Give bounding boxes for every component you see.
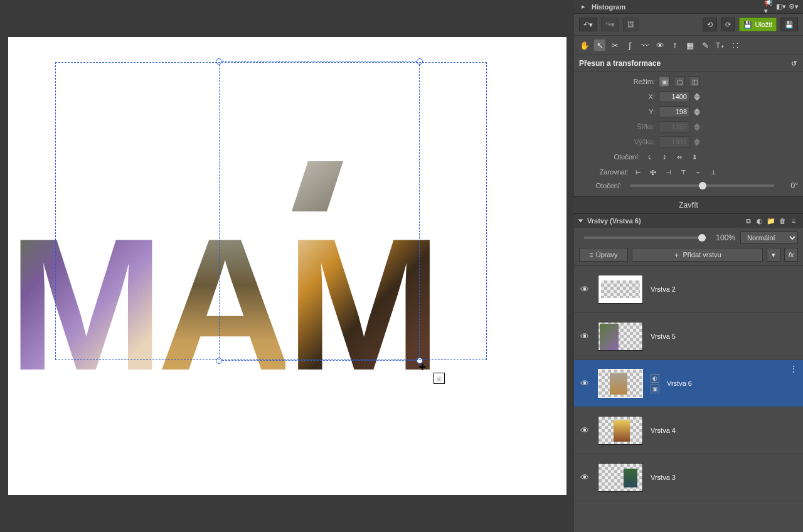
rot-2-icon[interactable]: ⤸ — [659, 151, 670, 162]
rot-1-icon[interactable]: ⤹ — [644, 151, 655, 162]
close-button[interactable]: Zavřít — [574, 196, 803, 214]
opacity-slider[interactable] — [584, 237, 706, 239]
layer-row[interactable]: 👁 Vrstva 4 — [574, 407, 803, 454]
curve-tool-icon[interactable]: 〰 — [639, 40, 651, 51]
blend-mode-select[interactable]: Normální — [740, 231, 798, 244]
text-tool-icon[interactable]: T₊ — [715, 40, 726, 51]
document-canvas[interactable]: M A M + ▣ — [8, 37, 566, 495]
add-layer-dropdown[interactable]: ▾ — [767, 248, 780, 262]
x-spinner[interactable] — [694, 92, 700, 102]
gear-icon[interactable]: ⚙▾ — [789, 3, 798, 11]
rotate-slider-label: Otočení: — [579, 182, 622, 189]
histogram-title: Histogram — [592, 3, 625, 11]
layer-thumb — [598, 275, 643, 304]
add-layer-button[interactable]: ＋ Přidat vrstvu — [632, 248, 763, 262]
visibility-icon[interactable]: 👁 — [580, 331, 590, 341]
levels-tool-icon[interactable]: ⫯ — [669, 40, 681, 51]
transform-properties: Režim: ▣ ▢ ◫ X: Y: Šířk — [574, 72, 803, 196]
histogram-header[interactable]: ▸ Histogram 📢▾ ◧▾ ⚙▾ — [574, 0, 803, 14]
path-tool-icon[interactable]: ∫ — [624, 40, 635, 51]
layers-header[interactable]: Vrstvy (Vrstva 6) ⧉ ◐ 📁 🗑 ≡ — [574, 214, 803, 228]
height-label: Výška: — [612, 138, 655, 146]
visibility-icon[interactable]: 👁 — [580, 378, 590, 388]
eye-tool-icon[interactable]: 👁 — [654, 40, 666, 51]
y-label: Y: — [612, 108, 655, 115]
mask-layer-icon[interactable]: ◐ — [755, 216, 764, 225]
rotate-label: Otočení: — [597, 153, 640, 161]
grid-tool-icon[interactable]: ▦ — [684, 40, 696, 51]
layers-list: 👁 Vrstva 2 👁 Vrstva 5 ⋮ 👁 ◐▣ Vrstva 6 👁 … — [574, 266, 803, 532]
mode-2-button[interactable]: ▢ — [674, 76, 685, 87]
square-icon[interactable]: ◧▾ — [777, 3, 785, 11]
more-tool-icon[interactable]: ⸬ — [730, 40, 741, 51]
layer-row[interactable]: 👁 Vrstva 3 — [574, 454, 803, 501]
speaker-icon[interactable]: 📢▾ — [764, 3, 773, 11]
layer-menu-icon[interactable]: ⋮ — [789, 364, 798, 374]
layers-menu-icon[interactable]: ≡ — [789, 216, 798, 225]
flip-h-icon[interactable]: ⇔ — [674, 151, 685, 162]
expand-icon: ▸ — [579, 3, 588, 11]
layer-name: Vrstva 3 — [651, 474, 676, 481]
layer-thumb — [598, 369, 643, 398]
cursor-badge-icon: ▣ — [433, 373, 445, 384]
layer-thumb — [598, 416, 643, 445]
transform-section-header: Přesun a transformace ↺ — [574, 55, 803, 72]
save-as-button[interactable]: 💾 — [780, 18, 798, 31]
outer-selection — [55, 62, 487, 360]
visibility-icon[interactable]: 👁 — [580, 472, 590, 482]
image-button[interactable]: 🖼 — [623, 18, 639, 31]
brush-tool-icon[interactable]: ✎ — [699, 40, 711, 51]
height-input — [659, 136, 690, 147]
layer-row[interactable]: 👁 Vrstva 2 — [574, 266, 803, 313]
rotate-slider[interactable] — [630, 184, 774, 187]
mode-label: Režim: — [612, 78, 655, 85]
layers-title: Vrstvy (Vrstva 6) — [587, 217, 641, 225]
rotate-value: 0° — [783, 181, 798, 190]
visibility-icon[interactable]: 👁 — [580, 284, 590, 294]
layer-name: Vrstva 4 — [651, 427, 676, 434]
redo-button[interactable]: ↷▾ — [601, 18, 619, 31]
align-l-icon[interactable]: ⊢ — [632, 166, 644, 178]
tools-row: ✋ ↖ ✂ ∫ 〰 👁 ⫯ ▦ ✎ T₊ ⸬ — [574, 36, 803, 55]
fx-button[interactable]: fx — [784, 248, 798, 262]
layer-name: Vrstva 6 — [667, 380, 692, 387]
mode-1-button[interactable]: ▣ — [659, 76, 670, 87]
width-input — [659, 121, 690, 132]
layer-thumb — [598, 463, 643, 492]
mask-indicators: ◐▣ — [651, 374, 659, 393]
width-label: Šířka: — [612, 123, 655, 130]
align-label: Zarovnat: — [586, 168, 629, 176]
copy-layer-icon[interactable]: ⧉ — [744, 216, 753, 225]
crop-tool-icon[interactable]: ✂ — [609, 40, 620, 51]
x-input[interactable] — [659, 91, 690, 102]
move-tool-icon[interactable]: ↖ — [594, 40, 605, 51]
canvas-area[interactable]: M A M + ▣ — [0, 0, 574, 532]
opacity-value: 100% — [716, 233, 735, 242]
folder-icon[interactable]: 📁 — [767, 216, 775, 225]
x-label: X: — [612, 93, 655, 100]
align-t-icon[interactable]: ⊤ — [678, 166, 689, 178]
flip-v-icon[interactable]: ⇕ — [689, 151, 700, 162]
y-spinner[interactable] — [694, 107, 700, 117]
align-c-icon[interactable]: ⧾ — [647, 166, 659, 178]
y-input[interactable] — [659, 106, 690, 117]
undo-button[interactable]: ↶▾ — [579, 18, 597, 31]
mode-3-button[interactable]: ◫ — [689, 76, 700, 87]
visibility-icon[interactable]: 👁 — [580, 425, 590, 435]
align-r-icon[interactable]: ⊣ — [662, 166, 674, 178]
right-sidebar: ▸ Histogram 📢▾ ◧▾ ⚙▾ ↶▾ ↷▾ 🖼 ⟲ ⟳ 💾 Uloži… — [574, 0, 803, 532]
layer-row[interactable]: 👁 Vrstva 5 — [574, 313, 803, 360]
hand-tool-icon[interactable]: ✋ — [579, 40, 590, 51]
layer-row-selected[interactable]: ⋮ 👁 ◐▣ Vrstva 6 — [574, 360, 803, 407]
reset-icon[interactable]: ↺ — [789, 59, 798, 68]
delete-layer-icon[interactable]: 🗑 — [778, 216, 787, 225]
rotate-left-button[interactable]: ⟲ — [703, 18, 717, 31]
rotate-right-button[interactable]: ⟳ — [721, 18, 735, 31]
align-m-icon[interactable]: ⫟ — [693, 166, 704, 178]
align-b-icon[interactable]: ⊥ — [708, 166, 719, 178]
edits-button[interactable]: ≡ Úpravy — [579, 248, 628, 262]
save-button[interactable]: 💾 Uložit — [739, 18, 777, 31]
history-toolbar: ↶▾ ↷▾ 🖼 ⟲ ⟳ 💾 Uložit 💾 — [574, 14, 803, 36]
layer-name: Vrstva 2 — [651, 285, 676, 293]
cursor-icon: + — [419, 360, 427, 375]
